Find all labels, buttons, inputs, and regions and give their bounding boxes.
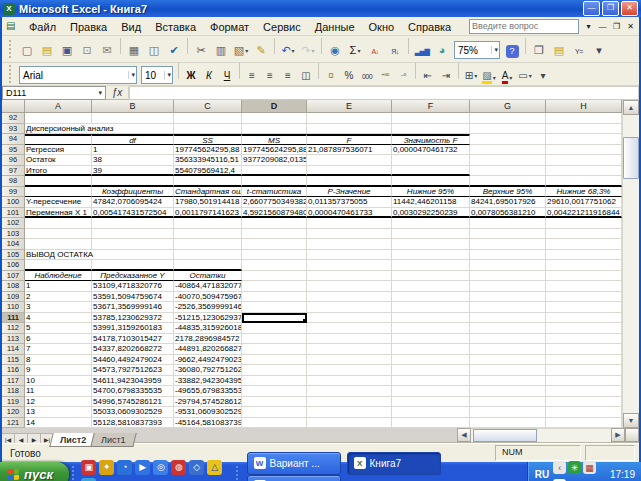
row-header-99[interactable]: 99 xyxy=(2,187,25,198)
cell-D92[interactable] xyxy=(242,113,307,124)
cell-G99[interactable]: Верхние 95% xyxy=(470,187,546,198)
column-header-B[interactable]: B xyxy=(92,100,174,113)
spelling-icon[interactable]: ✔ xyxy=(165,41,184,59)
row-header-106[interactable]: 106 xyxy=(2,260,25,271)
cell-G97[interactable] xyxy=(470,166,546,177)
cell-G118[interactable] xyxy=(470,386,546,397)
column-header-G[interactable]: G xyxy=(470,100,546,113)
cell-G116[interactable] xyxy=(470,365,546,376)
cell-H112[interactable] xyxy=(546,323,622,334)
cell-B117[interactable]: 54611,9423043959 xyxy=(92,376,174,387)
cell-G120[interactable] xyxy=(470,407,546,418)
cell-A95[interactable]: Регрессия xyxy=(25,145,92,156)
cell-C120[interactable]: -9531,0609302529 xyxy=(174,407,242,418)
cell-D109[interactable] xyxy=(242,292,307,303)
sheet-tab-Лист1[interactable]: Лист1 xyxy=(91,433,137,447)
cell-D119[interactable] xyxy=(242,397,307,408)
tray-hide-icon[interactable]: ‹ xyxy=(553,461,566,474)
cell-C99[interactable]: Стандартная ош xyxy=(174,187,242,198)
redo-icon[interactable]: ↷▾ xyxy=(299,41,318,59)
cell-C101[interactable]: 0,0011797141623 xyxy=(174,208,242,219)
font-color-icon[interactable]: А▾ xyxy=(499,69,516,86)
cell-A108[interactable]: 1 xyxy=(25,281,92,292)
cell-D113[interactable] xyxy=(242,334,307,345)
cell-F121[interactable] xyxy=(392,418,470,429)
cell-C110[interactable]: -2526,3569999146 xyxy=(174,302,242,313)
new-icon[interactable]: ▢ xyxy=(18,41,37,59)
cell-G121[interactable] xyxy=(470,418,546,429)
cell-G101[interactable]: 0,0078056381210 xyxy=(470,208,546,219)
cell-F108[interactable] xyxy=(392,281,470,292)
cell-D97[interactable] xyxy=(242,166,307,177)
row-header-105[interactable]: 105 xyxy=(2,250,25,261)
row-header-120[interactable]: 120 xyxy=(2,407,25,418)
cell-A102[interactable] xyxy=(25,218,92,229)
decrease-indent-icon[interactable]: ⇤ xyxy=(420,67,437,84)
cell-C98[interactable] xyxy=(174,176,242,187)
ql-opera-icon[interactable]: ◍ xyxy=(171,460,186,475)
save-icon[interactable]: ▣ xyxy=(58,41,77,59)
ql-clip-icon[interactable]: ✦ xyxy=(99,460,114,475)
bold-icon[interactable]: Ж xyxy=(183,67,200,84)
tray-app-icon[interactable]: ▦ xyxy=(583,461,596,474)
cell-F95[interactable]: 0,0000470461732 xyxy=(392,145,470,156)
cell-F93[interactable] xyxy=(392,124,470,135)
cell-G93[interactable] xyxy=(470,124,546,135)
cell-E111[interactable] xyxy=(307,313,392,324)
cell-D107[interactable] xyxy=(242,271,307,282)
cell-F112[interactable] xyxy=(392,323,470,334)
cell-F104[interactable] xyxy=(392,239,470,250)
cell-G114[interactable] xyxy=(470,344,546,355)
paste-icon[interactable]: ▧▾ xyxy=(232,41,251,59)
cell-E116[interactable] xyxy=(307,365,392,376)
underline-icon[interactable]: Ч xyxy=(219,67,236,84)
cell-F107[interactable] xyxy=(392,271,470,282)
cell-H103[interactable] xyxy=(546,229,622,240)
folder-icon[interactable]: ▤ xyxy=(550,41,569,59)
tab-split-handle[interactable] xyxy=(625,428,639,442)
book-close-button[interactable]: ✕ xyxy=(624,20,637,33)
cell-E117[interactable] xyxy=(307,376,392,387)
cell-F116[interactable] xyxy=(392,365,470,376)
cell-B98[interactable] xyxy=(92,176,174,187)
menu-Правка[interactable]: Правка xyxy=(63,20,114,34)
ql-delphi-icon[interactable]: △ xyxy=(207,460,222,475)
question-dropdown-icon[interactable]: ▾ xyxy=(582,20,595,33)
row-header-116[interactable]: 116 xyxy=(2,365,25,376)
cell-A101[interactable]: Переменная X 1 xyxy=(25,208,92,219)
cell-A119[interactable]: 12 xyxy=(25,397,92,408)
cell-E99[interactable]: P-Значение xyxy=(307,187,392,198)
cell-A106[interactable] xyxy=(25,260,92,271)
row-header-94[interactable]: 94 xyxy=(2,134,25,145)
cell-H110[interactable] xyxy=(546,302,622,313)
menu-Файл[interactable]: Файл xyxy=(22,20,63,34)
cell-C95[interactable]: 197745624295,88 xyxy=(174,145,242,156)
cell-F113[interactable] xyxy=(392,334,470,345)
cell-B116[interactable]: 54573,7927512623 xyxy=(92,365,174,376)
column-header-D[interactable]: D xyxy=(242,100,307,113)
cell-H111[interactable] xyxy=(546,313,622,324)
cell-F119[interactable] xyxy=(392,397,470,408)
cell-H119[interactable] xyxy=(546,397,622,408)
copy-icon[interactable]: ▥ xyxy=(212,41,231,59)
row-header-119[interactable]: 119 xyxy=(2,397,25,408)
cell-B108[interactable]: 53109,4718320776 xyxy=(92,281,174,292)
cell-D106[interactable] xyxy=(242,260,307,271)
help-icon[interactable]: ? xyxy=(503,42,522,60)
cell-C117[interactable]: -33882,942304395 xyxy=(174,376,242,387)
cell-F102[interactable] xyxy=(392,218,470,229)
toolbar-grip[interactable] xyxy=(9,65,14,83)
cell-C108[interactable]: -40864,471832077 xyxy=(174,281,242,292)
cell-B119[interactable]: 54996,5745286121 xyxy=(92,397,174,408)
row-header-96[interactable]: 96 xyxy=(2,155,25,166)
cell-B95[interactable]: 1 xyxy=(92,145,174,156)
cell-A109[interactable]: 2 xyxy=(25,292,92,303)
cell-G107[interactable] xyxy=(470,271,546,282)
cell-H100[interactable]: 29610,0017751062 xyxy=(546,197,622,208)
cell-B107[interactable]: Предсказанное Y xyxy=(92,271,174,282)
cell-G119[interactable] xyxy=(470,397,546,408)
cell-E103[interactable] xyxy=(307,229,392,240)
horizontal-scrollbar[interactable]: ◀ ▶ xyxy=(457,428,639,442)
fill-color-icon[interactable]: ▨▾ xyxy=(481,69,498,86)
row-header-114[interactable]: 114 xyxy=(2,344,25,355)
